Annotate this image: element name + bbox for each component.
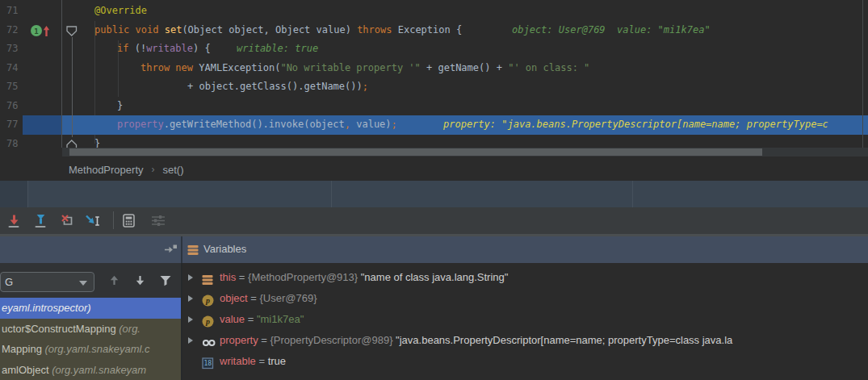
variables-icon [187,244,199,259]
code-text: public void set(Object object, Object va… [94,21,468,40]
previous-frame-icon[interactable] [107,274,121,290]
variable-row[interactable]: pvalue = "mi1k7ea" [182,309,868,330]
code-line[interactable]: 73if (!writable) { writable: true [0,40,868,59]
drop-frame-button[interactable] [60,213,78,229]
variable-row[interactable]: this = {MethodProperty@913} "name of cla… [182,267,868,288]
code-line[interactable]: 75+ object.getClass().getName()); [0,77,868,97]
inline-debug-hint: property: "java.beans.PropertyDescriptor… [443,115,828,135]
gutter-border [61,0,62,148]
line-number: 76 [6,97,18,116]
code-text: throw new YAMLException("No writable pro… [140,59,589,78]
frames-pane: G eyaml.introspector)uctor$ConstructMapp… [0,263,181,380]
svg-text:p: p [205,296,210,305]
horizontal-scrollbar[interactable] [62,148,868,157]
variable-text: value = "mi1k7ea" [220,309,304,330]
code-text: if (!writable) { [117,40,216,59]
svg-text:18: 18 [203,360,212,367]
debugger-window: 71@Override721public void set(Object obj… [0,0,868,380]
inline-debug-hint: object: User@769 value: "mi1k7ea" [512,21,711,40]
code-line[interactable]: 76} [0,97,868,116]
code-line[interactable]: 74throw new YAMLException("No writable p… [0,59,868,78]
variable-row[interactable]: pobject = {User@769} [182,288,868,309]
line-number: 73 [6,40,18,59]
primitive-icon: 18 [202,356,214,372]
param-icon: p [202,314,214,330]
variable-row[interactable]: property = {PropertyDescriptor@989} "jav… [182,330,868,351]
header-divider [181,236,182,263]
variable-text: writable = true [220,351,286,372]
tabstrip-divider [331,181,332,207]
code-text: + object.getClass().getName()); [187,77,368,97]
line-number: 78 [6,135,18,154]
debug-pane-headers: Variables [0,236,868,263]
chevron-down-icon [79,281,87,286]
debug-tabstrip [0,181,868,207]
line-number: 71 [6,2,18,21]
svg-text:1: 1 [34,27,38,35]
frame-row[interactable]: Mapping (org.yaml.snakeyaml.c [0,339,181,360]
breadcrumb-item[interactable]: MethodProperty [69,164,144,176]
field-icon [202,335,217,351]
editor-right-border [862,0,863,148]
variable-text: property = {PropertyDescriptor@989} "jav… [220,330,732,351]
expand-arrow-icon[interactable] [188,337,193,344]
breadcrumb-separator: › [152,164,155,175]
expand-arrow-icon[interactable] [188,295,193,302]
variable-text: object = {User@769} [220,288,317,309]
svg-text:p: p [205,317,210,326]
scrollbar-thumb[interactable] [69,148,762,156]
code-line[interactable]: 71@Override [0,2,868,21]
tabstrip-divider [27,181,28,207]
fold-scope-line [72,37,73,137]
layout-settings-button[interactable] [150,213,168,229]
inline-debug-hint: writable: true [237,40,318,59]
filter-funnel-icon[interactable] [158,274,173,290]
execution-line-gutter-highlight [23,115,61,135]
line-number: 77 [6,115,18,135]
variable-text: this = {MethodProperty@913} "name of cla… [220,267,508,288]
thread-selector[interactable]: G [0,272,94,292]
line-number: 74 [6,59,18,78]
line-number: 72 [6,21,18,40]
code-text: @Override [94,2,147,21]
breadcrumb-item[interactable]: set() [163,164,184,176]
run-to-cursor-button[interactable] [84,213,102,229]
code-text: } [117,97,123,116]
frame-row[interactable]: amlObject (org.yaml.snakeyam [0,360,181,380]
expand-arrow-icon[interactable] [188,316,193,323]
value-bars-icon [202,272,213,288]
variable-row[interactable]: 18writable = true [182,351,868,372]
breadcrumb: MethodProperty›set() [0,158,868,181]
code-editor[interactable]: 71@Override721public void set(Object obj… [0,0,868,158]
tabstrip-divider [632,181,633,207]
force-step-into-button[interactable] [6,213,24,229]
variables-tab-title: Variables [203,243,246,255]
line-number: 75 [6,77,18,97]
tabstrip-cap [0,181,27,207]
thread-selector-value: G [5,276,13,288]
variables-pane: this = {MethodProperty@913} "name of cla… [182,263,868,380]
debug-stepping-toolbar [0,207,868,234]
toolbar-separator [113,211,114,229]
evaluate-expression-button[interactable] [121,213,139,229]
step-out-button[interactable] [33,213,51,229]
code-line[interactable]: 721public void set(Object object, Object… [0,21,868,40]
next-frame-icon[interactable] [133,274,147,290]
hide-frames-icon[interactable] [164,243,178,257]
code-line[interactable]: 77property.getWriteMethod().invoke(objec… [0,115,868,135]
param-icon: p [202,293,214,309]
debug-content: G eyaml.introspector)uctor$ConstructMapp… [0,263,868,380]
expand-arrow-icon[interactable] [188,274,193,281]
frame-row[interactable]: uctor$ConstructMapping (org. [0,319,181,340]
frame-row[interactable]: eyaml.introspector) [0,298,181,319]
code-text: property.getWriteMethod().invoke(object,… [117,115,397,135]
